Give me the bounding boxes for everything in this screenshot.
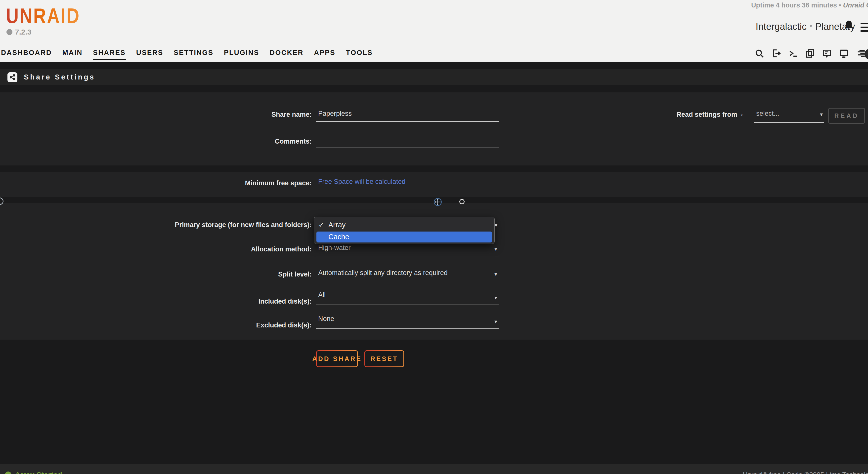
share-nodes-icon <box>7 72 18 82</box>
dropdown-option-array[interactable]: ✓ Array <box>314 218 494 231</box>
array-status[interactable]: Array Started <box>5 471 62 474</box>
chevron-down-icon: ▾ <box>494 318 497 325</box>
feedback-icon[interactable] <box>822 48 832 59</box>
circle-cursor-icon <box>459 199 465 204</box>
chevron-down-icon: ▾ <box>820 111 823 118</box>
unraid-webgui: UNRAID 7.2.3 Uptime 4 hours 36 minutes •… <box>0 0 868 474</box>
primary-storage-label: Primary storage (for new files and folde… <box>0 221 312 229</box>
array-status-label: Array Started <box>15 471 62 474</box>
nav-item-dashboard[interactable]: DASHBOARD <box>1 49 52 59</box>
nav-item-users[interactable]: USERS <box>136 49 163 59</box>
nav-item-tools[interactable]: TOOLS <box>346 49 373 59</box>
min-free-space-label: Minimum free space: <box>0 179 312 187</box>
copyright-label: Unraid® free | Code ©2005 Lime Technolog… <box>743 471 868 474</box>
chevron-down-icon: ▾ <box>494 271 497 277</box>
primary-storage-dropdown: ✓ Array Cache <box>314 216 495 244</box>
split-level-label: Split level: <box>0 271 312 278</box>
move-cursor-icon <box>433 197 442 208</box>
comments-label: Comments: <box>0 138 312 145</box>
page-title: Share Settings <box>24 73 95 81</box>
chevron-down-icon: ▾ <box>494 295 497 301</box>
allocation-method-select[interactable]: High-water ▾ <box>316 243 499 257</box>
excluded-disks-select[interactable]: None ▾ <box>316 314 499 329</box>
nav-item-shares[interactable]: SHARES <box>93 49 126 60</box>
terminal-icon[interactable] <box>788 48 798 59</box>
split-level-select[interactable]: Automatically split any directory as req… <box>316 269 499 281</box>
chevron-down-icon: ▾ <box>495 222 497 229</box>
comments-input[interactable] <box>316 136 499 148</box>
nav-item-docker[interactable]: DOCKER <box>270 49 304 59</box>
sign-out-icon[interactable] <box>771 48 781 59</box>
included-disks-value: All <box>318 291 326 299</box>
copy-icon[interactable] <box>805 48 815 59</box>
share-name-input[interactable]: Paperpless <box>316 109 499 122</box>
option-label: Cache <box>328 233 349 241</box>
menu-icon[interactable] <box>861 23 868 34</box>
min-free-space-input[interactable]: Free Space will be calculated <box>316 177 499 190</box>
split-level-value: Automatically split any directory as req… <box>318 269 448 277</box>
read-button[interactable]: READ <box>828 108 865 124</box>
section-share-identity <box>0 93 868 165</box>
nav-item-main[interactable]: MAIN <box>62 49 83 59</box>
server-line: Intergalactic•Planetary <box>756 21 855 32</box>
uptime-text: Uptime 4 hours 36 minutes <box>751 1 837 9</box>
version-icon <box>6 29 12 35</box>
min-free-space-placeholder: Free Space will be calculated <box>318 178 405 185</box>
add-share-button[interactable]: ADD SHARE <box>316 350 358 367</box>
search-icon[interactable] <box>754 48 765 59</box>
read-settings-select[interactable]: select... ▾ <box>754 109 824 123</box>
read-settings-select-value: select... <box>756 110 779 117</box>
nav-item-settings[interactable]: SETTINGS <box>174 49 214 59</box>
unraid-logo[interactable]: UNRAID <box>6 3 80 28</box>
footer: Array Started Unraid® free | Code ©2005 … <box>0 464 868 474</box>
uptime-separator: • <box>839 1 841 9</box>
included-disks-label: Included disk(s): <box>0 298 312 305</box>
share-name-label: Share name: <box>0 111 312 118</box>
uptime-line: Uptime 4 hours 36 minutes • Unraid OS St… <box>751 1 868 9</box>
header: UNRAID 7.2.3 Uptime 4 hours 36 minutes •… <box>0 0 868 62</box>
nav-item-apps[interactable]: APPS <box>314 49 335 59</box>
remote-display-icon[interactable] <box>839 48 849 59</box>
array-status-icon <box>5 472 11 474</box>
allocation-method-label: Allocation method: <box>0 245 312 253</box>
share-name-value: Paperpless <box>318 110 352 117</box>
excluded-disks-label: Excluded disk(s): <box>0 321 312 329</box>
copyright-text: Unraid® free | Code ©2005 Lime Technolog… <box>743 471 868 474</box>
check-icon: ✓ <box>318 221 324 229</box>
notifications-bell-icon[interactable] <box>843 20 855 32</box>
add-share-button-label: ADD SHARE <box>317 351 357 366</box>
nav-item-plugins[interactable]: PLUGINS <box>224 49 259 59</box>
server-name[interactable]: Intergalactic <box>756 21 807 32</box>
option-label: Array <box>328 221 345 229</box>
os-edition-text: Unraid OS Starter <box>843 1 868 9</box>
excluded-disks-value: None <box>318 315 334 323</box>
read-settings-label: Read settings from <box>646 111 737 118</box>
reset-button-label: RESET <box>365 351 403 366</box>
server-separator: • <box>807 22 815 30</box>
version-label: 7.2.3 <box>15 28 32 36</box>
back-arrow-icon: ← <box>739 108 748 119</box>
chevron-down-icon: ▾ <box>494 246 497 252</box>
reset-button[interactable]: RESET <box>364 350 404 367</box>
dropdown-option-cache[interactable]: Cache <box>316 232 492 242</box>
allocation-method-value: High-water <box>318 244 351 252</box>
included-disks-select[interactable]: All ▾ <box>316 291 499 305</box>
main-nav: DASHBOARD MAIN SHARES USERS SETTINGS PLU… <box>1 49 373 60</box>
version-row: 7.2.3 <box>6 28 32 36</box>
nav-toolbar <box>754 48 866 59</box>
page-title-bar: Share Settings <box>0 69 868 85</box>
